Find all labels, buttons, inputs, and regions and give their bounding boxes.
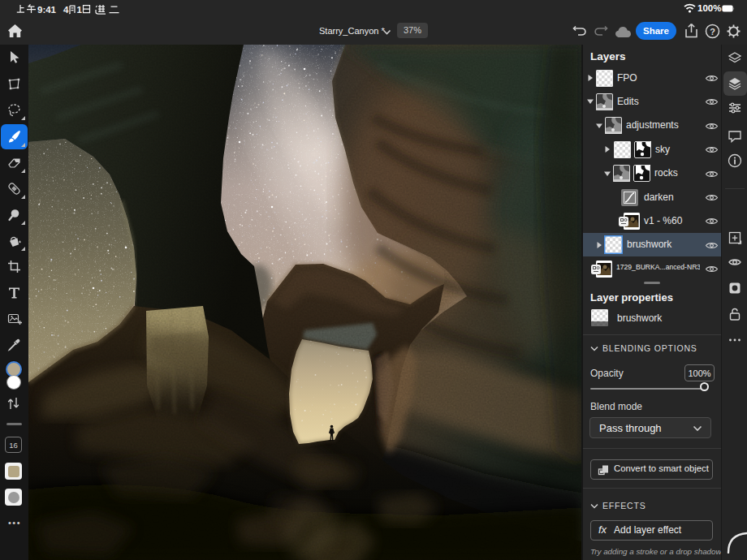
svg-text:?: ?	[710, 27, 715, 37]
svg-text:4: 4	[63, 5, 69, 15]
svg-text:9:41: 9:41	[37, 5, 57, 15]
svg-text:1: 1	[77, 5, 83, 15]
